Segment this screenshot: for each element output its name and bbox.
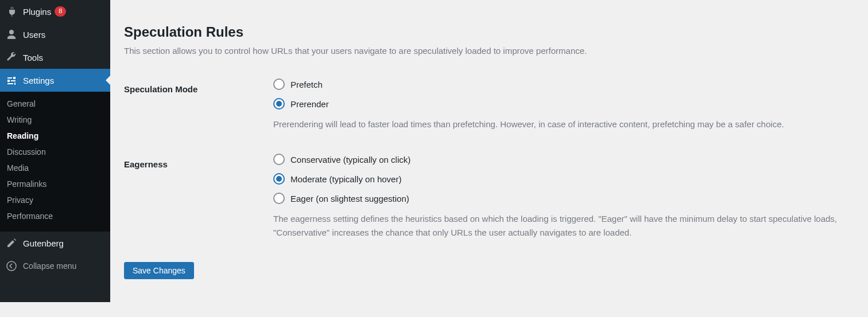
svg-point-0 (7, 261, 16, 271)
eagerness-legend: Eagerness (124, 148, 273, 256)
mode-option-prerender[interactable]: Prerender (273, 98, 854, 109)
main-content: Speculation Rules This section allows yo… (110, 0, 868, 302)
sidebar-item-label: Plugins (23, 7, 51, 17)
eagerness-option-eager[interactable]: Eager (on slightest suggestion) (273, 193, 854, 204)
radio-icon[interactable] (273, 98, 285, 109)
mode-option-prefetch[interactable]: Prefetch (273, 79, 854, 90)
speculation-mode-legend: Speculation Mode (124, 73, 273, 148)
submenu-item-media[interactable]: Media (0, 160, 110, 176)
sidebar-item-users[interactable]: Users (0, 23, 110, 46)
sidebar-item-label: Gutenberg (23, 238, 64, 248)
collapse-icon (6, 260, 17, 272)
radio-label: Prerender (290, 99, 329, 109)
submenu-item-discussion[interactable]: Discussion (0, 144, 110, 160)
settings-form: Speculation Mode Prefetch Prerender Prer… (124, 73, 854, 256)
submenu-item-general[interactable]: General (0, 96, 110, 112)
eagerness-option-conservative[interactable]: Conservative (typically on click) (273, 154, 854, 165)
settings-submenu: General Writing Reading Discussion Media… (0, 92, 110, 228)
radio-icon[interactable] (273, 154, 285, 165)
plug-icon (6, 6, 17, 17)
submenu-item-reading[interactable]: Reading (0, 128, 110, 144)
sidebar-item-label: Users (23, 30, 45, 40)
user-icon (6, 29, 17, 40)
mode-help-text: Prerendering will lead to faster load ti… (273, 118, 854, 131)
submenu-item-performance[interactable]: Performance (0, 208, 110, 224)
page-title: Speculation Rules (124, 24, 854, 40)
sidebar-item-label: Tools (23, 53, 43, 62)
plugins-update-badge: 8 (55, 6, 66, 16)
sidebar-item-gutenberg[interactable]: Gutenberg (0, 232, 110, 255)
pencil-icon (6, 237, 17, 249)
radio-icon[interactable] (273, 193, 285, 204)
sidebar-item-settings[interactable]: Settings (0, 69, 110, 92)
radio-label: Moderate (typically on hover) (290, 174, 401, 184)
radio-label: Prefetch (290, 80, 323, 89)
submenu-item-writing[interactable]: Writing (0, 112, 110, 128)
radio-label: Conservative (typically on click) (290, 155, 410, 165)
radio-icon[interactable] (273, 79, 285, 90)
submenu-item-privacy[interactable]: Privacy (0, 192, 110, 208)
radio-label: Eager (on slightest suggestion) (290, 194, 409, 203)
radio-icon[interactable] (273, 173, 285, 185)
eagerness-help-text: The eagerness setting defines the heuris… (273, 212, 854, 239)
save-button[interactable]: Save Changes (124, 262, 194, 279)
sidebar-item-plugins[interactable]: Plugins 8 (0, 0, 110, 23)
collapse-label: Collapse menu (23, 261, 76, 271)
page-description: This section allows you to control how U… (124, 46, 854, 56)
sidebar-item-label: Settings (23, 76, 54, 85)
collapse-menu-button[interactable]: Collapse menu (0, 255, 110, 277)
sliders-icon (6, 75, 17, 86)
eagerness-option-moderate[interactable]: Moderate (typically on hover) (273, 173, 854, 185)
submenu-item-permalinks[interactable]: Permalinks (0, 176, 110, 192)
admin-sidebar: Plugins 8 Users Tools Settings General W… (0, 0, 110, 302)
sidebar-item-tools[interactable]: Tools (0, 46, 110, 69)
wrench-icon (6, 52, 17, 63)
